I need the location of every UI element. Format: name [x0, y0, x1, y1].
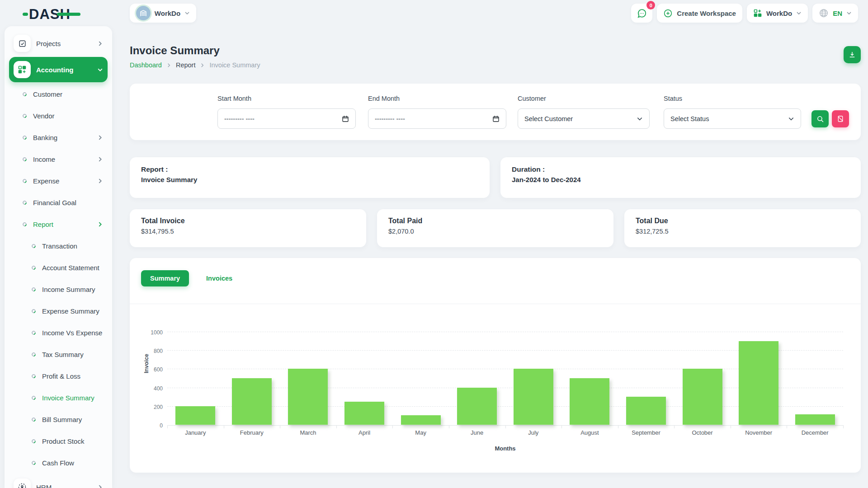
chart-slot-january: January [167, 332, 224, 425]
chart-slot-april: April [336, 332, 393, 425]
bar-december[interactable] [795, 414, 835, 425]
messages-count-badge: 0 [646, 1, 655, 9]
bar-february[interactable] [232, 378, 272, 425]
sidebar-item-label: Income Vs Expense [42, 329, 103, 337]
x-axis-tick-label: April [336, 429, 393, 436]
app-logo[interactable]: DASH [29, 6, 71, 23]
dot-icon [31, 395, 37, 401]
x-axis-tick-label: January [167, 429, 224, 436]
sidebar-item-income[interactable]: Income [9, 148, 108, 170]
bar-july[interactable] [514, 369, 553, 425]
x-axis-tick-label: October [674, 429, 731, 436]
dot-icon [31, 460, 37, 466]
bar-may[interactable] [401, 415, 441, 425]
sidebar-item-label: Accounting [36, 66, 92, 74]
workspace-name: WorkDo [155, 9, 180, 17]
chevron-down-icon [637, 116, 643, 122]
sidebar-item-hrm[interactable]: HRM [9, 474, 108, 488]
sidebar-item-tax-summary[interactable]: Tax Summary [9, 343, 108, 365]
bar-october[interactable] [683, 369, 722, 425]
sidebar-item-banking[interactable]: Banking [9, 127, 108, 148]
x-axis-title: Months [167, 445, 843, 452]
dot-icon [22, 113, 28, 119]
sidebar-item-label: Tax Summary [42, 351, 103, 358]
sidebar-item-label: Vendor [33, 112, 103, 120]
end-month-label: End Month [368, 95, 400, 102]
sidebar-item-report[interactable]: Report [9, 213, 108, 235]
language-selector[interactable]: EN [812, 4, 858, 23]
sidebar-item-bill-summary[interactable]: Bill Summary [9, 408, 108, 430]
sidebar-item-account-statement[interactable]: Account Statement [9, 257, 108, 278]
create-workspace-button[interactable]: Create Workspace [657, 4, 742, 23]
bar-june[interactable] [457, 388, 497, 425]
plus-circle-icon [663, 9, 673, 18]
total-paid-card: Total Paid $2,070.0 [377, 209, 613, 247]
apply-filter-button[interactable] [811, 110, 829, 127]
end-month-input[interactable]: --------- ---- [368, 108, 506, 129]
bar-september[interactable] [626, 397, 666, 425]
duration-card: Duration : Jan-2024 to Dec-2024 [500, 157, 861, 198]
chevron-down-icon [796, 10, 802, 16]
dot-icon [31, 243, 37, 249]
sidebar-item-profit-loss[interactable]: Profit & Loss [9, 365, 108, 387]
download-icon [848, 51, 856, 59]
sidebar-item-product-stock[interactable]: Product Stock [9, 430, 108, 452]
sidebar-item-vendor[interactable]: Vendor [9, 105, 108, 127]
customer-select[interactable]: Select Customer [518, 108, 650, 129]
sidebar-item-label: Banking [33, 134, 91, 141]
bar-march[interactable] [288, 369, 328, 425]
sidebar-item-accounting[interactable]: Accounting [9, 57, 108, 82]
chart-slot-september: September [618, 332, 675, 425]
messages-button[interactable]: 0 [631, 4, 652, 23]
sidebar-item-expense-summary[interactable]: Expense Summary [9, 300, 108, 322]
sidebar-item-label: Bill Summary [42, 416, 103, 423]
x-axis-tick-mark [505, 425, 506, 428]
start-month-input[interactable]: --------- ---- [217, 108, 356, 129]
y-axis-tick-label: 600 [144, 366, 163, 373]
bar-august[interactable] [570, 378, 609, 425]
download-report-button[interactable] [844, 46, 861, 63]
sidebar-item-invoice-summary[interactable]: Invoice Summary [9, 387, 108, 408]
chart-card: Summary Invoices Invoice 020040060080010… [130, 258, 861, 473]
sidebar-item-income-summary[interactable]: Income Summary [9, 278, 108, 300]
breadcrumb-report-link[interactable]: Report [176, 61, 196, 69]
sidebar-item-transaction[interactable]: Transaction [9, 235, 108, 257]
workspace-avatar [136, 6, 151, 20]
tab-invoices[interactable]: Invoices [197, 270, 241, 286]
sidebar-item-label: Expense [33, 177, 91, 185]
bar-april[interactable] [344, 402, 384, 425]
workspace-selector[interactable]: WorkDo [130, 4, 196, 23]
x-axis-tick-mark [449, 425, 449, 428]
x-axis-tick-label: May [392, 429, 449, 436]
sidebar-item-income-vs-expense[interactable]: Income Vs Expense [9, 322, 108, 343]
x-axis-tick-label: March [280, 429, 336, 436]
language-code: EN [833, 9, 842, 17]
sidebar-item-customer[interactable]: Customer [9, 83, 108, 105]
bar-january[interactable] [175, 406, 215, 425]
topbar-actions: 0 Create Workspace WorkDo EN [631, 4, 858, 23]
y-axis-tick-label: 0 [144, 422, 163, 429]
sidebar-item-label: Customer [33, 90, 103, 98]
breadcrumb-dashboard-link[interactable]: Dashboard [130, 61, 162, 69]
bar-november[interactable] [739, 341, 778, 425]
sidebar-item-cash-flow[interactable]: Cash Flow [9, 452, 108, 474]
sidebar-item-financial-goal[interactable]: Financial Goal [9, 192, 108, 213]
status-select[interactable]: Select Status [664, 108, 801, 129]
workdo-menu-label: WorkDo [766, 9, 792, 17]
tab-summary[interactable]: Summary [141, 270, 189, 286]
building-icon [139, 9, 147, 17]
chevron-right-icon [97, 484, 103, 488]
sidebar-item-projects[interactable]: Projects [9, 31, 108, 56]
sidebar-item-label: Projects [36, 40, 92, 47]
y-axis-tick-label: 400 [144, 385, 163, 392]
y-axis-tick-label: 800 [144, 348, 163, 354]
reset-filter-button[interactable] [832, 110, 849, 127]
chart-slot-august: August [561, 332, 618, 425]
workdo-menu-button[interactable]: WorkDo [747, 4, 808, 23]
chart-slot-may: May [392, 332, 449, 425]
hrm-icon [14, 479, 31, 488]
calendar-icon [342, 115, 349, 122]
start-month-label: Start Month [217, 95, 251, 102]
x-axis-tick-label: July [505, 429, 562, 436]
sidebar-item-expense[interactable]: Expense [9, 170, 108, 192]
